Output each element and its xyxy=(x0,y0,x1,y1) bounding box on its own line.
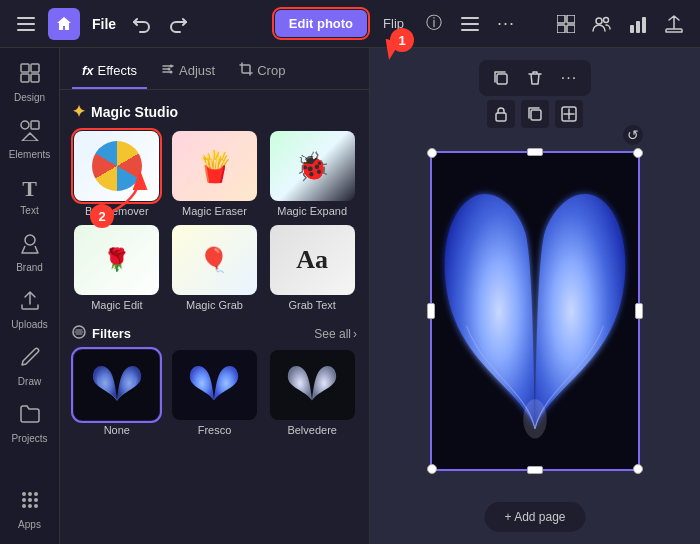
add-layer-icon[interactable] xyxy=(555,100,583,128)
svg-point-33 xyxy=(170,65,173,68)
magic-expand-label: Magic Expand xyxy=(277,205,347,217)
undo-button[interactable] xyxy=(128,10,156,38)
elements-icon xyxy=(19,119,41,146)
magic-expand-tool[interactable]: 🐞 Magic Expand xyxy=(267,131,357,217)
callout-2: 2 xyxy=(90,204,114,228)
align-icon[interactable] xyxy=(456,10,484,38)
sidebar-item-uploads[interactable]: Uploads xyxy=(4,283,56,336)
chevron-right-icon: › xyxy=(353,327,357,341)
redo-button[interactable] xyxy=(164,10,192,38)
magic-studio-title: ✦ Magic Studio xyxy=(72,102,357,121)
svg-rect-0 xyxy=(17,17,35,19)
handle-top-right[interactable] xyxy=(633,148,643,158)
svg-point-31 xyxy=(28,504,32,508)
edit-photo-button[interactable]: Edit photo xyxy=(275,10,367,37)
delete-icon[interactable] xyxy=(521,64,549,92)
svg-rect-38 xyxy=(496,113,506,121)
text-icon: T xyxy=(22,176,37,202)
handle-mid-left[interactable] xyxy=(427,303,435,319)
handle-bottom-right[interactable] xyxy=(633,464,643,474)
copy-icon[interactable] xyxy=(521,100,549,128)
filter-fresco-thumb xyxy=(172,350,257,420)
magic-edit-thumb: 🌹 xyxy=(74,225,159,295)
see-all-button[interactable]: See all › xyxy=(314,327,357,341)
apps-icon xyxy=(19,489,41,516)
handle-bottom-mid[interactable] xyxy=(527,466,543,474)
magic-eraser-tool[interactable]: 🍟 Magic Eraser xyxy=(170,131,260,217)
sidebar-item-projects[interactable]: Projects xyxy=(4,397,56,450)
filter-belvedere-thumb xyxy=(270,350,355,420)
svg-rect-1 xyxy=(17,23,35,25)
sidebar-item-elements[interactable]: Elements xyxy=(4,113,56,166)
svg-rect-2 xyxy=(17,29,35,31)
svg-marker-22 xyxy=(22,133,38,141)
share-icon[interactable] xyxy=(660,10,688,38)
svg-rect-9 xyxy=(567,25,575,33)
handle-mid-right[interactable] xyxy=(635,303,643,319)
handle-bottom-left[interactable] xyxy=(427,464,437,474)
sidebar-item-label: Uploads xyxy=(11,319,48,330)
more-options-icon[interactable]: ··· xyxy=(492,10,520,38)
bg-remover-tool[interactable]: BG Remover xyxy=(72,131,162,217)
magic-studio-label: Magic Studio xyxy=(91,104,178,120)
svg-point-25 xyxy=(28,492,32,496)
tab-adjust[interactable]: Adjust xyxy=(151,56,225,89)
topbar-left: File xyxy=(12,8,192,40)
sidebar-item-text[interactable]: T Text xyxy=(4,170,56,222)
svg-point-29 xyxy=(34,498,38,502)
sidebar-item-design[interactable]: Design xyxy=(4,56,56,109)
brand-icon xyxy=(19,232,41,259)
more-icon[interactable]: ··· xyxy=(555,64,583,92)
svg-point-28 xyxy=(28,498,32,502)
filter-none[interactable]: None xyxy=(72,350,162,436)
magic-grab-thumb: 🎈 xyxy=(172,225,257,295)
svg-point-23 xyxy=(25,235,35,245)
sidebar-item-label: Text xyxy=(20,205,38,216)
filter-fresco[interactable]: Fresco xyxy=(170,350,260,436)
magic-edit-tool[interactable]: 🌹 Magic Edit xyxy=(72,225,162,311)
effects-tab-icon: fx xyxy=(82,63,94,78)
sidebar-item-draw[interactable]: Draw xyxy=(4,340,56,393)
uploads-icon xyxy=(19,289,41,316)
svg-rect-5 xyxy=(461,29,479,31)
sidebar-item-apps[interactable]: Apps xyxy=(4,483,56,536)
info-icon[interactable]: ⓘ xyxy=(420,10,448,38)
tab-effects[interactable]: fx Effects xyxy=(72,56,147,89)
canvas-area: ··· ↺ xyxy=(370,48,700,544)
rotate-handle[interactable]: ↺ xyxy=(623,125,643,145)
effects-tab-label: Effects xyxy=(98,63,138,78)
svg-rect-14 xyxy=(642,17,646,33)
users-icon[interactable] xyxy=(588,10,616,38)
handle-top-left[interactable] xyxy=(427,148,437,158)
panel-content: ✦ Magic Studio BG Remover 🍟 Magic Eraser xyxy=(60,90,369,544)
filters-title: Filters xyxy=(72,325,131,342)
home-icon[interactable] xyxy=(48,8,80,40)
svg-rect-21 xyxy=(31,121,39,129)
add-page-button[interactable]: + Add page xyxy=(484,502,585,532)
menu-icon[interactable] xyxy=(12,10,40,38)
sidebar-item-brand[interactable]: Brand xyxy=(4,226,56,279)
canvas-toolbar-2 xyxy=(487,100,583,128)
effects-panel: fx Effects Adjust Crop ✦ Magic Studio xyxy=(60,48,370,544)
filters-icon xyxy=(72,325,86,342)
layout-icon[interactable] xyxy=(552,10,580,38)
canvas-toolbar: ··· xyxy=(479,60,591,96)
svg-rect-4 xyxy=(461,23,479,25)
svg-point-20 xyxy=(21,121,29,129)
lock-icon[interactable] xyxy=(487,100,515,128)
magic-expand-thumb: 🐞 xyxy=(270,131,355,201)
duplicate-icon[interactable] xyxy=(487,64,515,92)
tab-crop[interactable]: Crop xyxy=(229,56,295,89)
svg-rect-13 xyxy=(636,21,640,33)
magic-grab-tool[interactable]: 🎈 Magic Grab xyxy=(170,225,260,311)
filters-header: Filters See all › xyxy=(72,325,357,342)
svg-rect-37 xyxy=(497,74,507,84)
projects-icon xyxy=(19,403,41,430)
stats-icon[interactable] xyxy=(624,10,652,38)
handle-top-mid[interactable] xyxy=(527,148,543,156)
file-menu[interactable]: File xyxy=(88,16,120,32)
filter-belvedere[interactable]: Belvedere xyxy=(267,350,357,436)
grab-text-tool[interactable]: Aa Grab Text xyxy=(267,225,357,311)
svg-point-10 xyxy=(596,18,602,24)
grab-text-label: Grab Text xyxy=(288,299,336,311)
